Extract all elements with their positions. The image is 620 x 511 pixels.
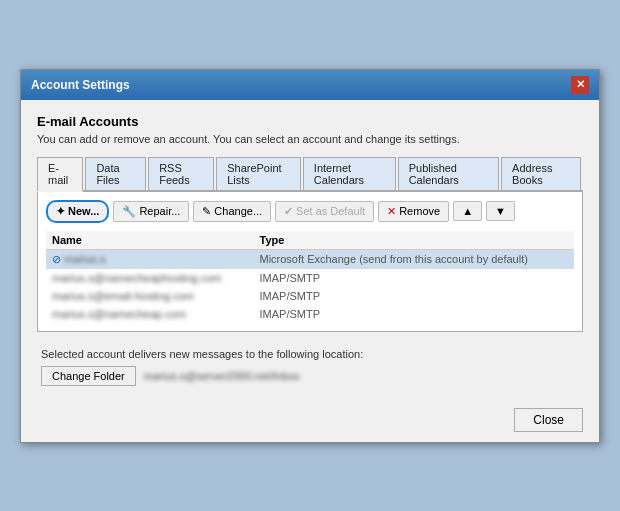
section-desc: You can add or remove an account. You ca… [37,133,583,145]
section-title: E-mail Accounts [37,114,583,129]
account-icon-cell: ⊘ marius.s [46,249,253,269]
change-folder-button[interactable]: Change Folder [41,366,136,386]
table-row[interactable]: marius.s@namecheap.com IMAP/SMTP [46,305,574,323]
change-button[interactable]: ✎ Change... [193,201,271,222]
account-icon: ⊘ [52,253,61,265]
tab-internet-calendars[interactable]: Internet Calendars [303,157,396,190]
account-settings-dialog: Account Settings ✕ E-mail Accounts You c… [20,69,600,443]
account-type: IMAP/SMTP [253,305,574,323]
account-type: IMAP/SMTP [253,287,574,305]
col-type-header: Type [253,231,574,250]
status-label: Selected account delivers new messages t… [41,348,579,360]
tab-rss-feeds[interactable]: RSS Feeds [148,157,214,190]
close-icon[interactable]: ✕ [571,76,589,94]
account-table: Name Type ⊘ marius.s Microsoft Exchange … [46,231,574,323]
account-type: IMAP/SMTP [253,269,574,287]
new-icon: ✦ [56,205,65,218]
account-name-cell: marius.s@namecheaphosting.com [46,269,253,287]
dialog-footer: Close [21,400,599,442]
table-row[interactable]: ⊘ marius.s Microsoft Exchange (send from… [46,249,574,269]
remove-label: Remove [399,205,440,217]
account-name: marius.s@email-hosting.com [52,290,194,302]
change-folder-row: Change Folder marius.s@server2000.net/In… [41,366,579,386]
account-name: marius.s@namecheap.com [52,308,186,320]
tab-email[interactable]: E-mail [37,157,83,192]
move-down-button[interactable]: ▼ [486,201,515,221]
remove-button[interactable]: ✕ Remove [378,201,449,222]
title-bar: Account Settings ✕ [21,70,599,100]
new-button[interactable]: ✦ New... [46,200,109,223]
table-row[interactable]: marius.s@namecheaphosting.com IMAP/SMTP [46,269,574,287]
close-button[interactable]: Close [514,408,583,432]
col-name-header: Name [46,231,253,250]
arrow-up-icon: ▲ [462,205,473,217]
tab-content: ✦ New... 🔧 Repair... ✎ Change... ✔ Set a… [37,192,583,332]
change-icon: ✎ [202,205,211,218]
tabs: E-mail Data Files RSS Feeds SharePoint L… [37,157,583,192]
tab-data-files[interactable]: Data Files [85,157,146,190]
set-default-button[interactable]: ✔ Set as Default [275,201,374,222]
account-type: Microsoft Exchange (send from this accou… [253,249,574,269]
tab-sharepoint-lists[interactable]: SharePoint Lists [216,157,301,190]
account-name: marius.s [64,253,106,265]
set-default-label: Set as Default [296,205,365,217]
set-default-icon: ✔ [284,205,293,218]
remove-icon: ✕ [387,205,396,218]
arrow-down-icon: ▼ [495,205,506,217]
move-up-button[interactable]: ▲ [453,201,482,221]
account-name: marius.s@namecheaphosting.com [52,272,222,284]
tab-published-calendars[interactable]: Published Calendars [398,157,499,190]
account-name-cell: marius.s@namecheap.com [46,305,253,323]
toolbar: ✦ New... 🔧 Repair... ✎ Change... ✔ Set a… [46,200,574,223]
repair-icon: 🔧 [122,205,136,218]
folder-path: marius.s@server2000.net/Inbox [144,370,300,382]
dialog-title: Account Settings [31,78,130,92]
repair-label: Repair... [139,205,180,217]
table-row[interactable]: marius.s@email-hosting.com IMAP/SMTP [46,287,574,305]
new-label: New... [68,205,99,217]
change-label: Change... [214,205,262,217]
status-bar: Selected account delivers new messages t… [37,342,583,390]
tab-address-books[interactable]: Address Books [501,157,581,190]
dialog-body: E-mail Accounts You can add or remove an… [21,100,599,400]
repair-button[interactable]: 🔧 Repair... [113,201,189,222]
account-name-cell: marius.s@email-hosting.com [46,287,253,305]
